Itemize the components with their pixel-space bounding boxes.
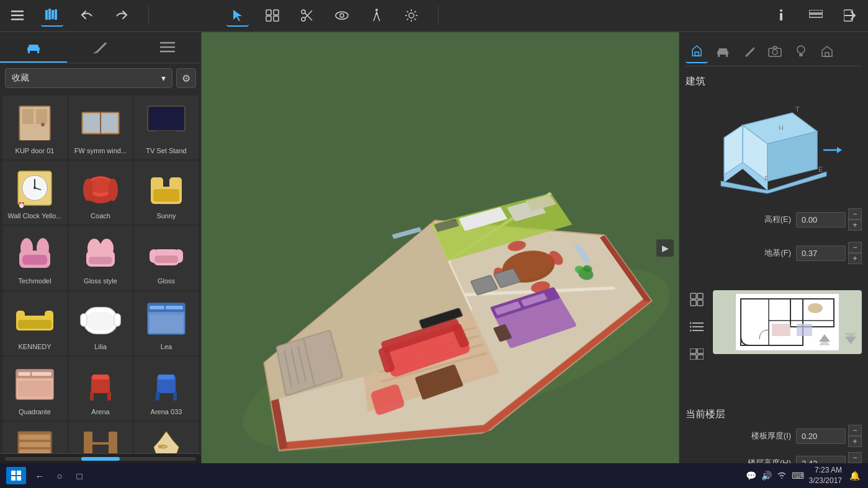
left-panel: 收藏 ▾ ⚙ KUP door 01 [0, 32, 202, 463]
svg-point-174 [772, 50, 777, 55]
network-icon[interactable] [777, 471, 787, 481]
list-item[interactable] [68, 422, 133, 453]
list-item[interactable]: Arena 033 [134, 357, 199, 420]
list-item[interactable]: Arena [68, 357, 133, 420]
circle-button[interactable]: ○ [51, 467, 68, 484]
item-thumb-arena033 [141, 362, 191, 406]
tab-home[interactable] [816, 41, 838, 63]
elevation-minus[interactable]: − [848, 208, 862, 220]
list-item[interactable]: Techmodel [2, 226, 67, 290]
tab-lighting[interactable] [790, 41, 812, 63]
group-icon[interactable] [261, 4, 284, 27]
tab-list[interactable] [134, 32, 201, 63]
svg-text:⏰: ⏰ [18, 202, 25, 208]
walk-icon[interactable] [365, 4, 388, 27]
svg-rect-33 [29, 45, 38, 48]
floor-thickness-input[interactable] [796, 428, 846, 444]
tab-design[interactable] [67, 32, 134, 63]
svg-rect-28 [780, 13, 782, 20]
item-thumb-kennedy [10, 297, 60, 340]
elevation-plus[interactable]: + [848, 220, 862, 231]
chat-icon[interactable]: 💬 [746, 471, 756, 481]
list-item[interactable]: ✒ [134, 422, 199, 453]
list-item[interactable]: KENNEDY [2, 291, 67, 355]
list-item[interactable]: TV Set Stand [134, 95, 199, 159]
svg-rect-10 [274, 16, 279, 21]
list-item[interactable]: FW symm wind... [68, 95, 133, 159]
svg-point-74 [87, 239, 101, 257]
sun-icon[interactable] [400, 4, 423, 27]
copy-up-icon[interactable] [813, 329, 836, 351]
svg-rect-88 [114, 314, 120, 326]
settings-button[interactable]: ⚙ [176, 68, 196, 88]
base-input[interactable] [796, 246, 846, 261]
expand-arrow[interactable]: ▶ [656, 239, 674, 257]
item-thumb-arena [76, 362, 125, 406]
tab-furniture[interactable] [0, 32, 67, 63]
floor-height-controls: − + [848, 452, 862, 463]
back-button[interactable]: ← [31, 467, 48, 484]
floor-thickness-minus[interactable]: − [848, 425, 862, 436]
base-plus[interactable]: + [848, 253, 862, 264]
item-label: Arena 033 [151, 408, 182, 416]
tab-furniture-r[interactable] [712, 41, 734, 63]
floor-thickness-plus[interactable]: + [848, 436, 862, 447]
floor-height-input[interactable] [796, 456, 846, 464]
item-thumb-quadrante [10, 362, 60, 406]
item-thumb-gloss-style [76, 231, 125, 275]
list-item[interactable]: KUP door 01 [2, 95, 67, 159]
scissors-icon[interactable] [296, 4, 318, 27]
svg-rect-96 [18, 372, 30, 376]
view-icon[interactable] [331, 4, 353, 27]
list-item[interactable]: ⏰ Wall Clock Yello... [2, 161, 67, 224]
svg-point-11 [302, 17, 305, 21]
layers-icon[interactable] [805, 4, 827, 27]
select-icon[interactable] [226, 4, 249, 27]
floor-height-minus[interactable]: − [848, 452, 862, 463]
svg-rect-179 [825, 53, 829, 56]
svg-rect-105 [156, 391, 159, 401]
svg-rect-80 [154, 255, 178, 263]
list-item[interactable]: Quadrante [2, 357, 67, 420]
svg-point-64 [108, 179, 118, 201]
floor-add-icon[interactable] [686, 289, 708, 311]
category-dropdown[interactable]: 收藏 ▾ [5, 68, 172, 88]
list-item[interactable]: Lilia [68, 291, 133, 355]
list-item[interactable] [2, 422, 67, 453]
info-icon[interactable] [770, 4, 792, 27]
item-thumb-bookshelf [10, 427, 60, 453]
current-floor-section: 当前楼层 楼板厚度(I) − + 楼层高度(H) − + [686, 408, 862, 463]
tab-build[interactable] [686, 41, 708, 63]
base-minus[interactable]: − [848, 242, 862, 253]
svg-rect-195 [697, 300, 703, 306]
keyboard-icon[interactable]: ⌨ [792, 471, 804, 481]
list-item[interactable]: Sunny [134, 161, 199, 224]
list-item[interactable]: Gloss style [68, 226, 133, 290]
main-area: 收藏 ▾ ⚙ KUP door 01 [0, 32, 868, 463]
list-item[interactable]: Gloss [134, 226, 199, 290]
notification-icon[interactable]: 🔔 [847, 468, 862, 483]
svg-point-27 [780, 9, 782, 12]
menu-icon[interactable] [6, 4, 29, 27]
list-item[interactable]: Lea [134, 291, 199, 355]
svg-rect-87 [81, 314, 87, 326]
svg-text:✒: ✒ [157, 438, 169, 453]
horizontal-scrollbar[interactable] [0, 453, 201, 463]
base-controls: − + [848, 242, 862, 264]
redo-icon[interactable] [110, 4, 133, 27]
svg-point-17 [375, 9, 378, 11]
share-icon[interactable] [839, 4, 862, 27]
copy-down-icon[interactable] [839, 329, 862, 351]
canvas-area[interactable]: ▶ [202, 32, 679, 463]
square-button[interactable]: □ [71, 467, 88, 484]
elevation-input[interactable] [796, 212, 846, 228]
undo-icon[interactable] [76, 4, 98, 27]
svg-point-15 [336, 12, 348, 19]
start-button[interactable] [6, 467, 26, 484]
tab-edit[interactable] [738, 41, 760, 63]
volume-icon[interactable]: 🔊 [761, 471, 772, 481]
list-item[interactable]: Coach [68, 161, 133, 224]
item-thumb-techmodel [10, 231, 60, 275]
tab-camera[interactable] [764, 41, 786, 63]
library-icon[interactable] [41, 4, 63, 27]
